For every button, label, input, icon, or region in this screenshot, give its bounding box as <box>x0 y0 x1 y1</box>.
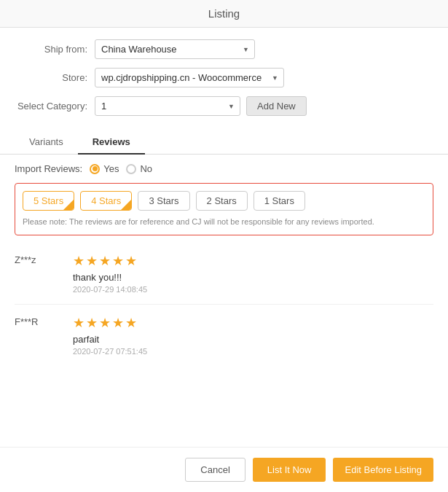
store-select[interactable]: wp.cjdropshipping.cn - Woocommerce <box>95 68 284 87</box>
corner-mark-4 <box>121 200 131 210</box>
star-filter-section: 5 Stars 4 Stars 3 Stars 2 Stars 1 Stars … <box>15 183 433 235</box>
star-icon-9: ★ <box>112 315 124 331</box>
ship-from-select[interactable]: China Warehouse US Warehouse <box>95 39 255 59</box>
ship-from-row: Ship from: China Warehouse US Warehouse <box>15 39 433 59</box>
import-reviews-row: Import Reviews: Yes No <box>0 155 448 183</box>
import-no-text: No <box>140 163 152 174</box>
star-5-button[interactable]: 5 Stars <box>23 191 74 211</box>
header: Listing <box>0 0 448 28</box>
store-select-wrapper: wp.cjdropshipping.cn - Woocommerce <box>95 68 284 87</box>
review-item-2: F***R ★ ★ ★ ★ ★ parfait 2020-07-27 07:51… <box>15 305 433 366</box>
star-icon-4: ★ <box>112 253 124 269</box>
footer-buttons: Cancel List It Now Edit Before Listing <box>0 447 448 492</box>
star-icon-3: ★ <box>99 253 111 269</box>
reviewer-name-2: F***R <box>15 315 73 356</box>
radio-no-dot <box>126 164 136 174</box>
review-date-1: 2020-07-29 14:08:45 <box>73 285 433 294</box>
star-icon-6: ★ <box>73 315 85 331</box>
tab-reviews[interactable]: Reviews <box>78 130 145 155</box>
category-select-wrapper: 1 2 3 <box>95 96 240 116</box>
review-item: Z***z ★ ★ ★ ★ ★ thank you!!! 2020-07-29 … <box>15 243 433 305</box>
star-1-button[interactable]: 1 Stars <box>254 191 305 211</box>
import-reviews-label: Import Reviews: <box>15 163 82 174</box>
store-label: Store: <box>15 72 95 83</box>
import-no-label[interactable]: No <box>126 163 152 174</box>
list-now-button[interactable]: List It Now <box>253 458 326 482</box>
stars-display-2: ★ ★ ★ ★ ★ <box>73 315 433 331</box>
corner-mark-5 <box>63 200 74 210</box>
add-new-button[interactable]: Add New <box>246 96 307 116</box>
category-select[interactable]: 1 2 3 <box>95 96 240 116</box>
tabs-bar: Variants Reviews <box>0 130 448 155</box>
radio-yes-dot <box>90 164 100 174</box>
page-title: Listing <box>208 7 240 20</box>
reviewer-name-1: Z***z <box>15 253 73 294</box>
review-content-2: ★ ★ ★ ★ ★ parfait 2020-07-27 07:51:45 <box>73 315 433 356</box>
review-date-2: 2020-07-27 07:51:45 <box>73 347 433 356</box>
star-filter-note: Please note: The reviews are for referen… <box>23 216 425 227</box>
edit-before-listing-button[interactable]: Edit Before Listing <box>333 458 433 482</box>
ship-from-label: Ship from: <box>15 44 95 55</box>
star-buttons: 5 Stars 4 Stars 3 Stars 2 Stars 1 Stars <box>23 191 425 211</box>
page-container: Listing Ship from: China Warehouse US Wa… <box>0 0 448 492</box>
tab-variants[interactable]: Variants <box>15 130 78 155</box>
store-row: Store: wp.cjdropshipping.cn - Woocommerc… <box>15 68 433 87</box>
star-icon-10: ★ <box>125 315 137 331</box>
review-text-2: parfait <box>73 334 433 345</box>
star-icon-7: ★ <box>86 315 98 331</box>
reviews-list: Z***z ★ ★ ★ ★ ★ thank you!!! 2020-07-29 … <box>0 235 448 447</box>
star-icon-5: ★ <box>125 253 137 269</box>
review-text-1: thank you!!! <box>73 272 433 283</box>
stars-display-1: ★ ★ ★ ★ ★ <box>73 253 433 269</box>
star-icon-8: ★ <box>99 315 111 331</box>
import-yes-label[interactable]: Yes <box>90 163 119 174</box>
star-2-button[interactable]: 2 Stars <box>196 191 248 211</box>
star-icon-2: ★ <box>86 253 98 269</box>
category-row: Select Category: 1 2 3 Add New <box>15 96 433 116</box>
ship-from-select-wrapper: China Warehouse US Warehouse <box>95 39 255 59</box>
import-yes-text: Yes <box>103 163 119 174</box>
star-icon-1: ★ <box>73 253 85 269</box>
star-4-button[interactable]: 4 Stars <box>80 191 132 211</box>
star-3-button[interactable]: 3 Stars <box>138 191 189 211</box>
cancel-button[interactable]: Cancel <box>185 458 245 482</box>
category-label: Select Category: <box>15 101 95 112</box>
review-content-1: ★ ★ ★ ★ ★ thank you!!! 2020-07-29 14:08:… <box>73 253 433 294</box>
form-section: Ship from: China Warehouse US Warehouse … <box>0 28 448 130</box>
